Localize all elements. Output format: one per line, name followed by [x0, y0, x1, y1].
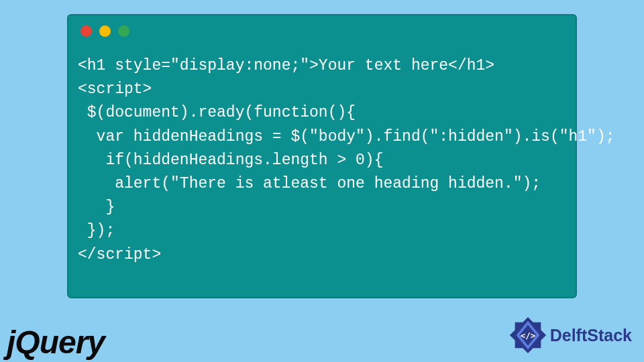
delftstack-icon: </>	[508, 316, 547, 355]
code-line: if(hiddenHeadings.length > 0){	[78, 152, 383, 169]
delft-prefix: Delft	[550, 326, 588, 345]
code-line: <h1 style="display:none;">Your text here…	[78, 57, 494, 74]
code-window: <h1 style="display:none;">Your text here…	[67, 14, 577, 298]
code-line: });	[78, 222, 115, 239]
code-line: alert("There is atleast one heading hidd…	[78, 175, 541, 192]
delft-suffix: Stack	[587, 326, 632, 345]
maximize-dot-icon	[118, 25, 129, 37]
window-titlebar	[68, 15, 576, 42]
delftstack-text: DelftStack	[550, 326, 632, 345]
jquery-logo: jQuery	[7, 324, 105, 361]
close-dot-icon	[80, 25, 92, 37]
delftstack-logo: </> DelftStack	[508, 316, 632, 355]
minimize-dot-icon	[99, 25, 111, 37]
svg-text:</>: </>	[520, 330, 535, 341]
code-line: var hiddenHeadings = $("body").find(":hi…	[78, 128, 615, 145]
code-line: }	[78, 198, 115, 216]
code-line: $(document).ready(function(){	[78, 104, 356, 121]
code-line: </script>	[78, 246, 161, 263]
code-line: <script>	[78, 80, 152, 98]
code-block: <h1 style="display:none;">Your text here…	[68, 42, 576, 275]
